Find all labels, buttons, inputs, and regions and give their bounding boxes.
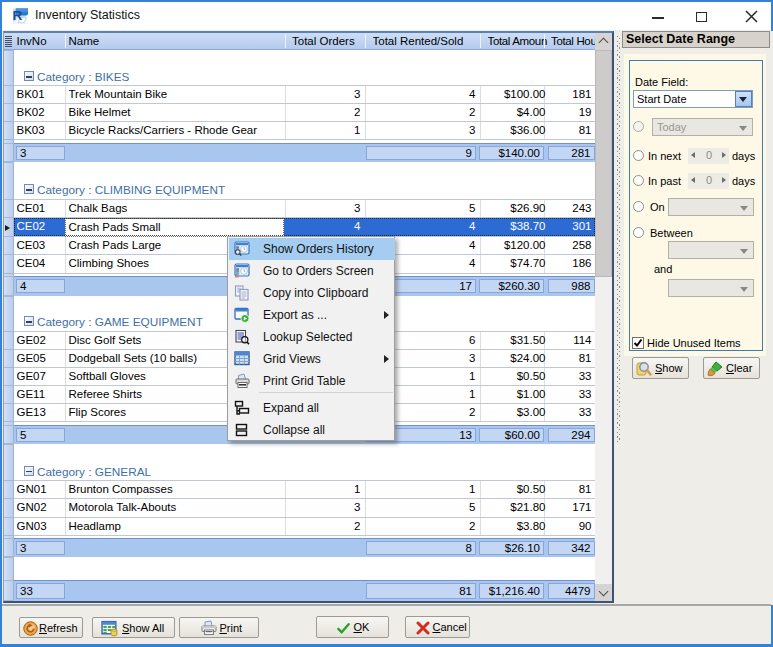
svg-text:R: R [13,8,23,23]
